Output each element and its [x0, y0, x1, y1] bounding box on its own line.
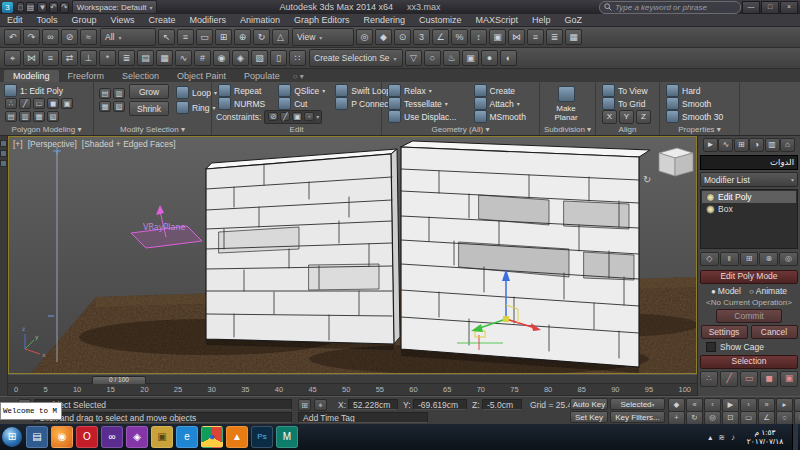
select-and-move-icon[interactable]: ⊕ — [234, 29, 251, 45]
opera-icon[interactable]: O — [76, 426, 98, 448]
wall-left[interactable] — [206, 149, 400, 344]
isolate-selection-icon[interactable]: ○ — [424, 50, 441, 66]
viewport-general-menu[interactable]: [+] — [13, 139, 23, 149]
panel-caption[interactable]: Properties ▾ — [660, 125, 739, 135]
wall-right[interactable] — [401, 141, 650, 367]
unlink-selection-icon[interactable]: ⊘ — [61, 29, 78, 45]
align-icon[interactable]: ≡ — [42, 50, 59, 66]
rollout-edit-poly-mode[interactable]: Edit Poly Mode — [700, 270, 798, 284]
menu-item[interactable]: Help — [525, 15, 558, 25]
viewport-shading-menu[interactable]: [Shaded + Edged Faces] — [82, 139, 176, 149]
border-icon[interactable]: ▭ — [740, 371, 758, 387]
zoom-region-icon[interactable]: ▭ — [740, 411, 757, 425]
animate-radio[interactable]: ○Animate — [749, 286, 787, 296]
menu-item[interactable]: Edit — [0, 15, 30, 25]
undo-icon[interactable]: ↶ — [4, 29, 21, 45]
mirror-icon[interactable]: ⋈ — [23, 50, 40, 66]
rollout-selection[interactable]: Selection — [700, 355, 798, 369]
chrome-icon[interactable]: ● — [201, 426, 223, 448]
file-explorer-icon[interactable]: ▤ — [26, 426, 48, 448]
pin-stack-icon[interactable]: ◇ — [700, 252, 719, 266]
ribbon-toggle-icon[interactable]: ▦ — [565, 29, 582, 45]
remove-modifier-icon[interactable]: ⊗ — [759, 252, 778, 266]
menu-item[interactable]: MAXScript — [469, 15, 526, 25]
commit-button[interactable]: Commit — [716, 309, 782, 323]
quick-select-icon[interactable]: ▽ — [405, 50, 422, 66]
pan-view-icon[interactable]: + — [668, 411, 685, 425]
select-by-name-icon[interactable]: ≡ — [177, 29, 194, 45]
create-tab-icon[interactable]: ► — [703, 138, 718, 152]
redo-icon[interactable]: ↷ — [23, 29, 40, 45]
hidden-icons-chevron[interactable]: ▴ — [708, 433, 712, 442]
firefox-icon[interactable]: ◉ — [51, 426, 73, 448]
go-to-start-icon[interactable]: « — [686, 398, 703, 412]
play-animation-icon[interactable]: ▶ — [722, 398, 739, 412]
menu-item[interactable]: Animation — [233, 15, 287, 25]
undo-icon[interactable]: ↶ — [49, 2, 58, 13]
normal-align-icon[interactable]: ⊥ — [80, 50, 97, 66]
motion-tab-icon[interactable]: ◑ — [749, 138, 764, 152]
configure-modifier-sets-icon[interactable]: ◎ — [779, 252, 798, 266]
layer-manager-icon[interactable]: ≣ — [546, 29, 563, 45]
show-end-result-icon[interactable]: ‖ — [720, 252, 739, 266]
internet-explorer-icon[interactable]: e — [176, 426, 198, 448]
named-selection-set-dropdown[interactable]: Create Selection Se ▾ — [309, 49, 403, 67]
uvw-editor-icon[interactable]: ▧ — [251, 50, 268, 66]
pin-stack-icon[interactable]: ▤ — [5, 111, 17, 122]
next-frame-icon[interactable]: › — [740, 398, 757, 412]
edit-tool-button[interactable]: Cut — [276, 97, 327, 110]
border-mode-icon[interactable]: ▭ — [33, 98, 45, 109]
maxscript-mini-listener[interactable]: Welcome to M — [0, 402, 62, 420]
snapshot-icon[interactable]: ▯ — [270, 50, 287, 66]
constraint-normal-icon[interactable]: ◦ — [304, 112, 314, 121]
select-and-scale-icon[interactable]: △ — [272, 29, 289, 45]
visual-studio-icon[interactable]: ∞ — [101, 426, 123, 448]
edit-tool-button[interactable]: NURMS — [216, 97, 270, 110]
select-object-icon[interactable]: ↖ — [158, 29, 175, 45]
key-filters-button[interactable]: Key Filters... — [610, 411, 665, 423]
material-editor-icon[interactable]: ◉ — [213, 50, 230, 66]
geometry-tool-button[interactable]: Create — [472, 84, 535, 97]
panel-caption[interactable]: Align — [596, 125, 659, 135]
workspace-dropdown[interactable]: Workspace: Default▾ — [72, 0, 158, 14]
scene-explorer-icon[interactable]: ▤ — [137, 50, 154, 66]
taskbar-clock[interactable]: ١:٥٣ م ٢٠١٧/٠٧/١٨ — [742, 428, 788, 447]
vlc-icon[interactable]: ▲ — [226, 426, 248, 448]
settings-button[interactable]: Settings — [701, 325, 748, 339]
hierarchy-tab-icon[interactable]: ⊞ — [734, 138, 749, 152]
auto-key-button[interactable]: Auto Key — [570, 398, 608, 410]
3dsmax-icon[interactable]: M — [276, 426, 298, 448]
shrink-ring-icon[interactable]: ▤ — [99, 88, 111, 99]
render-production-icon[interactable]: ● — [481, 50, 498, 66]
panel-caption[interactable]: Modify Selection ▾ — [94, 125, 211, 135]
viewport-canvas[interactable]: VRayPlane — [9, 137, 696, 373]
constraint-face-icon[interactable]: ▣ — [292, 112, 302, 121]
minimize-button[interactable]: — — [742, 1, 760, 14]
panel-caption[interactable]: Subdivision ▾ — [540, 125, 595, 135]
angle-snap-icon[interactable]: ∠ — [432, 29, 449, 45]
align-tool-button[interactable]: To View — [600, 84, 655, 97]
menu-item[interactable]: Modifiers — [182, 15, 233, 25]
vertex-icon[interactable]: ∴ — [700, 371, 718, 387]
x-coordinate-field[interactable]: 52.228cm — [348, 399, 398, 410]
rendered-frame-window-icon[interactable]: ▣ — [462, 50, 479, 66]
use-pivot-point-icon[interactable]: ◎ — [356, 29, 373, 45]
object-name-field[interactable]: الدوات — [700, 155, 798, 170]
make-unique-icon[interactable]: ⊞ — [740, 252, 759, 266]
y-coordinate-field[interactable]: -69.619cm — [413, 399, 467, 410]
spinner-snap-icon[interactable]: ↕ — [470, 29, 487, 45]
blend-icon[interactable]: ◈ — [126, 426, 148, 448]
reference-coordinate-dropdown[interactable]: View▾ — [292, 28, 354, 46]
modify-selection-button[interactable]: Grow — [129, 84, 169, 99]
keyboard-override-icon[interactable]: ⊙ — [394, 29, 411, 45]
maximize-viewport-icon[interactable]: ⊞ — [794, 411, 800, 425]
show-end-result-icon[interactable]: ▥ — [19, 111, 31, 122]
render-iterative-icon[interactable]: ◐ — [500, 50, 517, 66]
collapse-stack-icon[interactable]: ▦ — [33, 111, 45, 122]
tab-selection[interactable]: Selection — [113, 70, 168, 82]
tab-populate[interactable]: Populate — [235, 70, 289, 82]
fov-icon[interactable]: ∠ — [758, 411, 775, 425]
polygon-icon[interactable]: ◼ — [760, 371, 778, 387]
polygon-mode-icon[interactable]: ◼ — [47, 98, 59, 109]
rectangular-selection-region-icon[interactable]: ▭ — [196, 29, 213, 45]
